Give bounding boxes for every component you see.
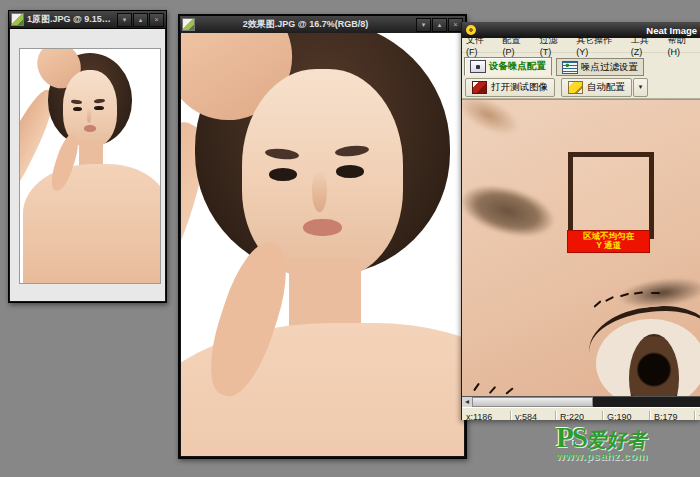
status-cursor-x: x:1186 (462, 411, 511, 420)
menu-filter[interactable]: 过滤(T) (536, 34, 573, 57)
auto-config-icon (568, 81, 583, 94)
site-watermark: PS 爱好者 www.psahz.com (556, 424, 700, 476)
original-window-title: 1原图.JPG @ 9.15%(RGB... (27, 13, 114, 26)
portrait-shoulders (23, 164, 161, 284)
pasteboard (10, 29, 165, 301)
status-green-value: G:190 (603, 411, 650, 420)
document-thumbnail-icon (11, 13, 24, 26)
effect-image-canvas[interactable] (181, 33, 464, 456)
window-original-image: 1原图.JPG @ 9.15%(RGB... ▾ ▴ × (8, 10, 167, 303)
open-image-icon (472, 81, 487, 94)
skin-left-eyebrow (462, 164, 578, 257)
portrait-lips (303, 219, 341, 237)
tab-filter-label: 噪点过滤设置 (581, 61, 638, 74)
eyelash (651, 292, 660, 294)
status-bar: x:1186 y:584 R:220 G:190 B:179 大小 (462, 407, 700, 420)
menu-bar: 文件(F) 配置(P) 过滤(T) 其它操作(Y) 工具(Z) 帮助(H) (462, 38, 700, 53)
preview-canvas[interactable]: 区域不均匀在 Y 通道 (462, 99, 700, 396)
eyelash (473, 382, 480, 391)
toolbar: 打开测试图像 自动配置 ▾ (462, 76, 700, 99)
horizontal-scrollbar[interactable]: ◂ (462, 396, 700, 407)
chevron-down-icon: ▾ (639, 83, 643, 91)
portrait-photo (181, 33, 464, 456)
eyelash (489, 386, 497, 394)
maximize-button[interactable]: ▴ (432, 18, 447, 32)
scrollbar-thumb[interactable] (472, 397, 593, 407)
device-profile-icon (470, 60, 486, 73)
portrait-photo (20, 49, 160, 283)
window-controls: ▾ ▴ × (117, 13, 164, 27)
tab-noise-filter-settings[interactable]: 噪点过滤设置 (556, 58, 644, 76)
maximize-button[interactable]: ▴ (133, 13, 148, 27)
eyelash (505, 387, 513, 394)
window-controls: ▾ ▴ × (416, 18, 463, 32)
auto-config-button[interactable]: 自动配置 (561, 78, 632, 97)
menu-file[interactable]: 文件(F) (462, 34, 499, 57)
status-blue-value: B:179 (650, 411, 695, 420)
portrait-eye (336, 165, 364, 178)
scroll-left-arrow-icon[interactable]: ◂ (462, 397, 472, 407)
original-window-titlebar[interactable]: 1原图.JPG @ 9.15%(RGB... ▾ ▴ × (9, 11, 166, 29)
open-test-image-button[interactable]: 打开测试图像 (465, 78, 555, 97)
original-image-canvas[interactable] (19, 48, 161, 284)
open-test-image-label: 打开测试图像 (491, 81, 548, 94)
noise-sample-selection-box[interactable] (568, 152, 653, 239)
minimize-button[interactable]: ▾ (416, 18, 431, 32)
tab-device-noise-profile[interactable]: 设备噪点配置 (464, 57, 552, 76)
desktop-background: 1原图.JPG @ 9.15%(RGB... ▾ ▴ × (0, 0, 700, 477)
eyelash (594, 300, 602, 308)
portrait-nose (312, 170, 327, 211)
menu-tools[interactable]: 工具(Z) (627, 34, 664, 57)
portrait-eye (269, 168, 297, 181)
auto-config-label: 自动配置 (587, 81, 625, 94)
document-thumbnail-icon (182, 18, 195, 31)
portrait-eye (94, 106, 103, 111)
window-neat-image: Neat Image 文件(F) 配置(P) 过滤(T) 其它操作(Y) 工具(… (461, 22, 700, 420)
status-red-value: R:220 (556, 411, 603, 420)
effect-window-titlebar[interactable]: 2效果图.JPG @ 16.7%(RGB/8) ▾ ▴ × (180, 16, 465, 34)
menu-help[interactable]: 帮助(H) (663, 34, 700, 57)
close-button[interactable]: × (149, 13, 164, 27)
tab-device-label: 设备噪点配置 (489, 60, 546, 73)
warning-line2: Y 通道 (568, 241, 649, 251)
menu-profile[interactable]: 配置(P) (499, 34, 536, 57)
skin-eyebrow-tail (462, 99, 525, 143)
watermark-logo: PS (556, 424, 586, 450)
effect-window-title: 2效果图.JPG @ 16.7%(RGB/8) (198, 18, 413, 31)
selection-warning-label: 区域不均匀在 Y 通道 (567, 230, 650, 254)
filter-settings-icon (562, 61, 578, 74)
watermark-site-name: 爱好者 (586, 427, 650, 454)
status-size-label: 大小 (695, 411, 700, 420)
auto-config-dropdown-button[interactable]: ▾ (633, 78, 648, 97)
menu-other-actions[interactable]: 其它操作(Y) (572, 34, 627, 57)
status-cursor-y: y:584 (511, 411, 556, 420)
portrait-lips (84, 125, 97, 132)
window-effect-image: 2效果图.JPG @ 16.7%(RGB/8) ▾ ▴ × (178, 14, 467, 459)
portrait-eye (73, 107, 82, 112)
minimize-button[interactable]: ▾ (117, 13, 132, 27)
